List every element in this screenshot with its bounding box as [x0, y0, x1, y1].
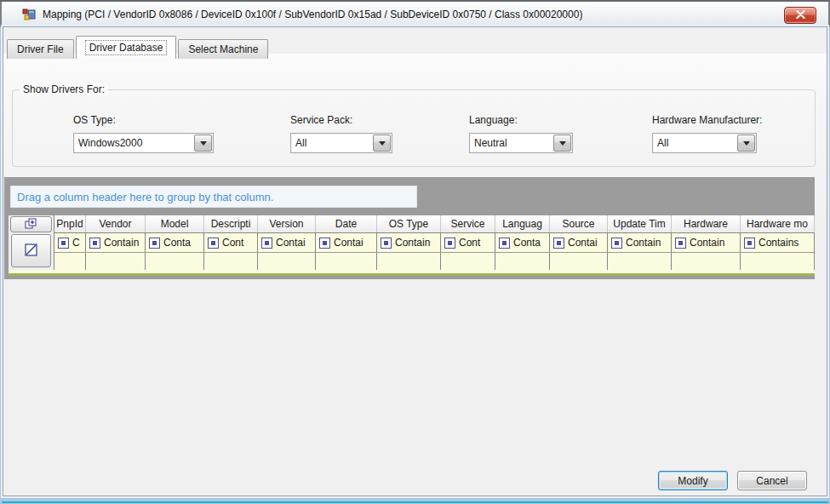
dialog-window: Mapping (PCI / VendorID 0x8086 / DeviceI…	[0, 0, 830, 504]
column-header-os-type[interactable]: OS Type	[377, 215, 441, 232]
show-drivers-groupbox: Show Drivers For: OS Type: Windows2000 S…	[12, 89, 816, 167]
groupbox-title: Show Drivers For:	[20, 83, 108, 95]
os-type-label: OS Type:	[73, 114, 116, 126]
combobox-value: All	[653, 137, 737, 149]
filter-text: Contai	[334, 237, 363, 249]
new-row-cell[interactable]	[204, 253, 258, 270]
column-header-hardware-model[interactable]: Hardware mo	[741, 215, 815, 232]
column-header-date[interactable]: Date	[316, 215, 377, 232]
filter-cell-service-pack[interactable]: Cont	[441, 233, 495, 252]
new-row-cell[interactable]	[495, 253, 550, 270]
columns-icon	[25, 218, 37, 232]
filter-type-icon[interactable]	[58, 238, 69, 249]
chevron-down-icon	[559, 141, 566, 146]
new-row-cell[interactable]	[550, 253, 608, 270]
crossed-box-icon	[24, 243, 38, 260]
close-button[interactable]	[784, 7, 816, 24]
filter-text: Conta	[163, 237, 191, 249]
edit-filter-button[interactable]	[11, 234, 51, 267]
filter-type-icon[interactable]	[744, 238, 755, 249]
filter-cell-hardware-manufacturer[interactable]: Contain	[672, 233, 741, 252]
os-type-combobox[interactable]: Windows2000	[73, 133, 214, 153]
new-row-cell[interactable]	[316, 253, 377, 270]
column-header-version[interactable]: Version	[258, 215, 316, 232]
column-header-hardware-manufacturer[interactable]: Hardware	[672, 215, 741, 232]
group-by-area[interactable]: Drag a column header here to group by th…	[10, 186, 417, 208]
column-header-update-time[interactable]: Update Tim	[608, 215, 672, 232]
filter-cell-model[interactable]: Conta	[146, 233, 204, 252]
filter-cell-update-time[interactable]: Contain	[608, 233, 672, 252]
filter-cell-pnpid[interactable]: C	[54, 233, 86, 252]
new-row-cell[interactable]	[741, 253, 815, 270]
tab-select-machine[interactable]: Select Machine	[178, 39, 268, 59]
column-header-model[interactable]: Model	[146, 215, 204, 232]
dropdown-button[interactable]	[553, 135, 571, 152]
language-label: Language:	[469, 114, 518, 126]
grid-new-row	[54, 252, 815, 270]
language-combobox[interactable]: Neutral	[469, 133, 573, 153]
filter-cell-date[interactable]: Contai	[316, 233, 377, 252]
filter-type-icon[interactable]	[208, 238, 219, 249]
filter-text: Contains	[758, 237, 799, 249]
customize-columns-button[interactable]	[10, 216, 52, 232]
new-row-cell[interactable]	[441, 253, 495, 270]
tab-page-driver-database: Show Drivers For: OS Type: Windows2000 S…	[3, 54, 827, 495]
filter-type-icon[interactable]	[89, 238, 100, 249]
filter-cell-vendor[interactable]: Contain	[86, 233, 146, 252]
column-header-source[interactable]: Source	[550, 215, 608, 232]
filter-type-icon[interactable]	[444, 238, 455, 249]
filter-text: Contai	[568, 237, 598, 249]
grid-panel: Drag a column header here to group by th…	[4, 177, 815, 279]
filter-type-icon[interactable]	[553, 238, 564, 249]
close-icon	[796, 9, 805, 21]
new-row-cell[interactable]	[377, 253, 441, 270]
new-row-cell[interactable]	[86, 253, 146, 270]
filter-type-icon[interactable]	[675, 238, 686, 249]
filter-cell-source[interactable]: Contai	[550, 233, 608, 252]
hardware-manufacturer-combobox[interactable]: All	[652, 133, 757, 153]
filter-cell-language[interactable]: Conta	[495, 233, 550, 252]
hardware-manufacturer-label: Hardware Manufacturer:	[652, 114, 762, 126]
filter-type-icon[interactable]	[149, 238, 160, 249]
app-icon	[22, 8, 36, 21]
tab-label: Driver Database	[86, 41, 167, 54]
service-pack-combobox[interactable]: All	[290, 133, 392, 153]
new-row-cell[interactable]	[54, 253, 86, 270]
tab-driver-file[interactable]: Driver File	[7, 39, 74, 59]
new-row-cell[interactable]	[258, 253, 316, 270]
filter-text: Contain	[104, 237, 139, 249]
combobox-value: Neutral	[470, 137, 553, 149]
filter-cell-os-type[interactable]: Contain	[377, 233, 441, 252]
new-row-cell[interactable]	[672, 253, 741, 270]
filter-cell-hardware-model[interactable]: Contains	[741, 233, 815, 252]
grid-bottom-border	[9, 273, 815, 276]
service-pack-label: Service Pack:	[290, 114, 352, 126]
drivers-grid: PnpId Vendor Model Descripti Version Dat…	[9, 215, 815, 276]
filter-cell-description[interactable]: Cont	[204, 233, 258, 252]
filter-text: C	[72, 237, 80, 249]
combobox-value: Windows2000	[74, 137, 194, 149]
filter-type-icon[interactable]	[381, 238, 392, 249]
filter-type-icon[interactable]	[261, 238, 272, 249]
column-header-vendor[interactable]: Vendor	[86, 215, 146, 232]
new-row-cell[interactable]	[146, 253, 204, 270]
title-bar: Mapping (PCI / VendorID 0x8086 / DeviceI…	[0, 2, 830, 27]
dropdown-button[interactable]	[194, 135, 212, 152]
new-row-cell[interactable]	[608, 253, 672, 270]
filter-type-icon[interactable]	[611, 238, 622, 249]
dropdown-button[interactable]	[373, 135, 391, 152]
filter-type-icon[interactable]	[499, 238, 510, 249]
cancel-button[interactable]: Cancel	[737, 471, 807, 490]
modify-button[interactable]: Modify	[658, 471, 728, 490]
column-header-language[interactable]: Languag	[495, 215, 550, 232]
filter-cell-version[interactable]: Contai	[258, 233, 316, 252]
filter-text: Contain	[690, 237, 724, 249]
column-header-pnpid[interactable]: PnpId	[54, 215, 86, 232]
grid-header-row: PnpId Vendor Model Descripti Version Dat…	[54, 215, 815, 233]
column-header-description[interactable]: Descripti	[204, 215, 258, 232]
chevron-down-icon	[379, 141, 386, 146]
dropdown-button[interactable]	[737, 135, 755, 152]
filter-type-icon[interactable]	[319, 238, 330, 249]
tab-driver-database[interactable]: Driver Database	[76, 36, 177, 59]
column-header-service-pack[interactable]: Service	[441, 215, 495, 232]
